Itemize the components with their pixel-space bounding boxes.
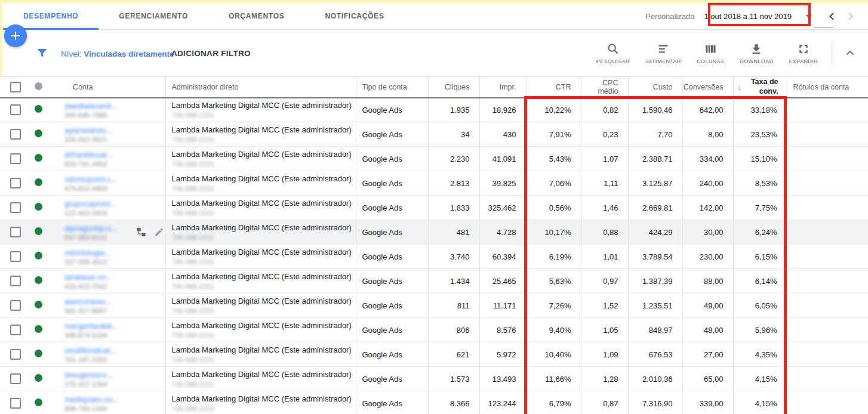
- ctr-cell: 7,26%: [526, 293, 581, 318]
- chevron-right-icon: [848, 12, 854, 21]
- account-name-link[interactable]: odontopoint.c...: [64, 175, 165, 184]
- ctr-cell: 5,43%: [526, 147, 581, 171]
- edit-pencil-icon[interactable]: [154, 227, 164, 237]
- direct-manager-name: Lambda Marketing Digital MCC (Este admin…: [172, 174, 356, 183]
- column-header-conta[interactable]: Conta: [50, 77, 165, 98]
- account-id: 833-741-4452: [64, 160, 165, 168]
- table-row: odontologia... 937-005-3512 Lamb: [0, 245, 868, 269]
- row-checkbox[interactable]: [10, 104, 21, 115]
- account-labels-cell: [787, 342, 868, 367]
- avg-cpc-cell: 0,88: [581, 220, 628, 245]
- column-header-cliques[interactable]: Cliques: [428, 77, 479, 98]
- account-labels-cell: [787, 367, 868, 391]
- account-name-link[interactable]: aylanelands...: [64, 126, 165, 135]
- account-name-link[interactable]: drfranklinsal...: [64, 150, 165, 159]
- account-type-cell: Google Ads: [356, 245, 428, 269]
- table-row: drfranklinsal... 833-741-4452 La: [0, 147, 868, 171]
- account-name-link[interactable]: dreugenionc...: [64, 370, 165, 379]
- row-checkbox[interactable]: [10, 325, 21, 335]
- account-id: 408-874-5194: [64, 332, 165, 339]
- row-checkbox[interactable]: [10, 202, 21, 213]
- expand-label: EXPANDIR: [789, 58, 818, 64]
- account-name-link[interactable]: odontologia...: [64, 248, 165, 257]
- avg-cpc-cell: 1,46: [581, 196, 628, 220]
- row-checkbox[interactable]: [10, 276, 21, 286]
- tab-gerenciamento[interactable]: GERENCIAMENTO: [99, 3, 208, 29]
- impressions-cell: 430: [479, 122, 526, 147]
- account-name-link[interactable]: daedialavand...: [64, 101, 165, 110]
- date-range-value[interactable]: 1 out 2018 a 11 nov 2019: [701, 12, 796, 21]
- ctr-cell: 6,79%: [526, 391, 581, 414]
- avg-cpc-cell: 1,01: [581, 245, 628, 269]
- clicks-cell: 2.813: [428, 171, 479, 196]
- avg-cpc-cell: 0,82: [581, 98, 628, 122]
- previous-period-button[interactable]: [824, 9, 839, 24]
- add-account-button[interactable]: [4, 24, 27, 47]
- tab-orcamentos[interactable]: ORÇAMENTOS: [208, 3, 304, 29]
- row-checkbox[interactable]: [10, 300, 21, 311]
- column-header-taxa-conv[interactable]: ↓ Taxa de conv.: [733, 77, 787, 98]
- collapse-panel-button[interactable]: [838, 41, 862, 65]
- account-labels-cell: [787, 220, 868, 245]
- column-header-ctr[interactable]: CTR: [526, 77, 581, 98]
- ctr-cell: 7,06%: [526, 171, 581, 196]
- account-id: 415-423-7542: [64, 283, 165, 290]
- account-name-link[interactable]: alanconews...: [64, 297, 165, 306]
- columns-button[interactable]: COLUNAS: [689, 42, 732, 64]
- clicks-cell: 621: [428, 342, 479, 367]
- impressions-cell: 60.394: [479, 245, 526, 269]
- account-name-link[interactable]: larialaser.co...: [64, 273, 165, 282]
- search-icon: [607, 42, 620, 55]
- impressions-cell: 325.462: [479, 196, 526, 220]
- column-header-custo[interactable]: Custo: [628, 77, 682, 98]
- column-header-rotulos[interactable]: Rótulos da conta: [787, 77, 868, 98]
- column-header-conversoes[interactable]: Conversões: [682, 77, 733, 98]
- tab-notificacoes[interactable]: NOTIFICAÇÕES: [304, 3, 404, 29]
- column-header-admin[interactable]: Administrador direto: [165, 77, 356, 98]
- ctr-cell: 5,63%: [526, 269, 581, 293]
- direct-manager-name: Lambda Marketing Digital MCC (Este admin…: [172, 101, 356, 110]
- table-row: alanconews... 581-317-8997 Lambd: [0, 293, 868, 318]
- account-name-link[interactable]: mediqualis.co...: [64, 395, 165, 404]
- direct-manager-name: Lambda Marketing Digital MCC (Este admin…: [172, 272, 356, 281]
- column-header-cpc[interactable]: CPC médio: [581, 77, 628, 98]
- account-name-link[interactable]: ortolifeindicat...: [64, 346, 165, 355]
- row-checkbox[interactable]: [10, 373, 21, 384]
- row-checkbox[interactable]: [10, 349, 21, 360]
- conv-rate-cell: 15,10%: [733, 147, 787, 171]
- status-column-icon: [35, 82, 42, 90]
- account-type-cell: Google Ads: [356, 342, 428, 367]
- filter-level[interactable]: Nível: Vinculadas diretamente: [61, 50, 174, 58]
- table-row: dreugenionc... 270-437-2364 Lamb: [0, 367, 868, 391]
- column-header-tipo[interactable]: Tipo de conta: [356, 77, 428, 98]
- row-checkbox[interactable]: [10, 129, 21, 140]
- next-period-button[interactable]: [843, 9, 858, 24]
- row-checkbox[interactable]: [10, 398, 21, 409]
- segment-button[interactable]: SEGMENTAR: [638, 42, 689, 64]
- account-name-link[interactable]: grupocapront...: [64, 199, 165, 208]
- avg-cpc-cell: 1,11: [581, 171, 628, 196]
- search-button[interactable]: PESQUISAR: [589, 42, 638, 64]
- impressions-cell: 18.926: [479, 98, 526, 122]
- row-checkbox[interactable]: [10, 178, 21, 189]
- tab-bar: DESEMPENHO GERENCIAMENTO ORÇAMENTOS NOTI…: [0, 3, 868, 30]
- expand-button[interactable]: EXPANDIR: [781, 42, 826, 64]
- avg-cpc-cell: 1,05: [581, 318, 628, 342]
- avg-cpc-cell: 0,87: [581, 391, 628, 414]
- direct-manager-name: Lambda Marketing Digital MCC (Este admin…: [172, 248, 356, 257]
- columns-icon: [704, 42, 717, 55]
- conversions-cell: 27,00: [682, 342, 733, 367]
- column-header-impr[interactable]: Impr.: [479, 77, 526, 98]
- account-id: 898-769-1349: [64, 405, 165, 412]
- row-checkbox[interactable]: [10, 251, 21, 262]
- account-name-link[interactable]: margaritaubal...: [64, 322, 165, 330]
- select-all-checkbox[interactable]: [10, 82, 21, 92]
- add-filter-button[interactable]: ADICIONAR FILTRO: [171, 49, 251, 58]
- download-button[interactable]: DOWNLOAD: [732, 42, 781, 64]
- account-tree-icon[interactable]: [136, 227, 147, 238]
- account-id: 122-422-0415: [64, 209, 165, 217]
- row-checkbox[interactable]: [10, 227, 21, 237]
- cost-cell: 7,70: [628, 122, 682, 147]
- date-caret-down-icon[interactable]: [806, 15, 812, 18]
- row-checkbox[interactable]: [10, 153, 21, 164]
